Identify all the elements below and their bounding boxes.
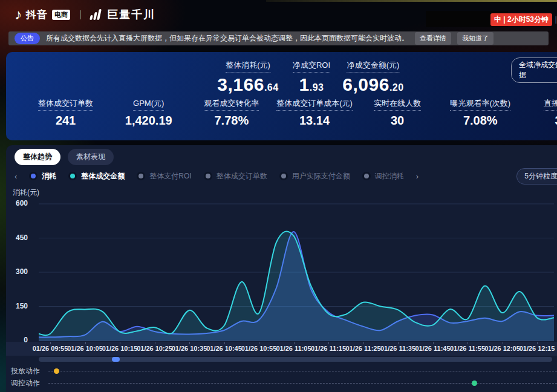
x-tick-mark [328,342,329,344]
legend-dot-color [70,174,75,178]
primary-stat: 净成交ROI1.93 [293,59,330,95]
stat-label: 观看成交转化率 [204,98,259,111]
stat-value: 30 [356,114,439,128]
legend-item-label: 调控消耗 [375,171,404,181]
primary-stat: 净成交金额(元)6,096.20 [342,59,403,95]
stat-value: 7.78% [190,114,273,128]
x-tick-mark [363,342,364,344]
legend-dot-icon [137,172,145,180]
stat-label: 实时在线人数 [374,98,421,111]
y-tick-label: 450 [10,234,28,242]
stat-label: 直播间整体 [544,98,557,111]
series-area-1 [39,231,554,341]
chart-scrollbar[interactable] [39,357,552,362]
legend-item[interactable]: 调控消耗 [362,171,404,181]
x-tick-mark [259,342,259,344]
notice-text: 所有成交数据会先计入直播大屏数据，但如果存在异常交易订单会被动态调整，因此本页面… [46,33,409,44]
action-row-label: 投放动作 [11,366,41,376]
x-tick-mark [467,342,468,344]
action-timeline[interactable] [48,366,557,376]
trend-tabs: 整体趋势素材表现 [15,149,114,165]
secondary-stat: 实时在线人数30 [356,97,439,128]
legend-dot-icon [204,172,212,180]
stat-value: 13.14 [273,114,356,128]
legend-item[interactable]: 消耗 [29,171,56,181]
stat-value: 241 [24,114,107,128]
y-tick-label: 300 [10,267,28,276]
action-timeline[interactable] [48,378,557,388]
legend-dot-icon [362,172,371,180]
trend-chart[interactable] [35,200,555,344]
secondary-stat: 直播间整体3,0 [522,97,557,128]
x-tick-label: 01/26 12:15 [510,345,557,352]
view-detail-button[interactable]: 查看详情 [415,32,451,45]
got-it-button[interactable]: 我知道了 [457,32,493,45]
action-marker-dot[interactable] [472,381,477,386]
legend-dot-icon [279,172,288,180]
qianchuan-bars-icon [90,9,102,20]
secondary-stat: 观看成交转化率7.78% [190,97,273,128]
tab-inactive[interactable]: 素材表现 [68,149,114,165]
x-tick-mark [294,342,295,344]
secondary-stat: 整体成交订单成本(元)13.14 [273,97,356,128]
stat-value: 3,0 [522,114,557,128]
legend-scroll-right-icon[interactable]: › [416,172,419,180]
scrollbar-handle[interactable] [112,357,120,362]
topbar: ♪ 抖音 电商 | 巨量千川 中 | 2小时53分钟 | [0,0,557,29]
stat-value: 7.08% [439,114,522,128]
legend-item[interactable]: 整体成交金额 [68,171,125,181]
action-row-1: 调控动作 [11,378,557,388]
x-tick-mark [224,342,225,344]
ecommerce-badge: 电商 [52,10,70,20]
legend-dot-color [281,174,286,178]
x-tick-mark [155,342,155,344]
secondary-stat: GPM(元)1,420.19 [107,97,190,128]
stat-value-fraction: .20 [389,82,404,93]
legend-scroll-left-icon[interactable]: ‹ [15,172,17,180]
legend-item[interactable]: 整体成交订单数 [204,171,267,181]
stat-label: 净成交金额(元) [347,60,400,73]
action-dashed-line [48,371,557,371]
stat-value: 6,096.20 [342,74,403,95]
x-tick-mark [537,342,538,344]
granularity-dropdown[interactable]: 5分钟粒度 [516,168,557,185]
stat-value-fraction: .93 [310,82,324,93]
brand-divider: | [79,9,82,20]
legend-item-label: 整体成交金额 [81,171,125,181]
x-tick-mark [50,342,51,344]
metric-legend: ‹消耗整体成交金额整体支付ROI整体成交订单数用户实际支付金额调控消耗› [15,171,557,181]
x-tick-mark [189,342,190,344]
action-row-label: 调控动作 [11,378,41,388]
tab-active[interactable]: 整体趋势 [15,149,60,165]
legend-item-label: 整体成交订单数 [217,171,267,181]
stat-label: 整体成交订单数 [38,98,93,111]
stat-value: 1,420.19 [107,114,190,128]
secondary-stat: 曝光观看率(次数)7.08% [439,97,522,128]
legend-dot-icon [29,172,37,180]
x-tick-mark [85,342,86,344]
stat-label: 整体成交订单成本(元) [276,98,353,111]
legend-item[interactable]: 整体支付ROI [137,171,191,181]
legend-item-label: 整体支付ROI [149,171,191,181]
secondary-stats: 整体成交订单数241GPM(元)1,420.19观看成交转化率7.78%整体成交… [24,97,557,128]
notice-badge: 公告 [15,33,40,44]
brand-logos: ♪ 抖音 电商 | 巨量千川 [15,7,155,22]
dashboard-screen: ♪ 抖音 电商 | 巨量千川 中 | 2小时53分钟 | 公告 所有成交数据会先… [0,0,557,392]
legend-item-label: 消耗 [42,171,56,181]
legend-dot-color [364,174,369,178]
scope-dropdown[interactable]: 全域净成交数据 ▼ [511,57,557,83]
legend-dot-color [206,174,210,178]
douyin-logo-text: 抖音 [26,8,48,22]
stats-panel: 全域净成交数据 ▼ 整体消耗(元)3,166.64净成交ROI1.93净成交金额… [6,52,557,140]
legend-item-label: 用户实际支付金额 [292,171,350,181]
legend-item[interactable]: 用户实际支付金额 [279,171,350,181]
stat-label: 净成交ROI [293,60,330,73]
action-marker-dot[interactable] [54,368,59,374]
y-tick-label: 600 [10,199,28,207]
primary-stat: 整体消耗(元)3,166.64 [217,59,278,95]
legend-dot-color [31,174,36,178]
legend-dot-icon [68,172,77,180]
topbar-divider: | [555,15,557,24]
action-row-0: 投放动作 [11,366,557,376]
legend-dot-color [138,174,143,178]
